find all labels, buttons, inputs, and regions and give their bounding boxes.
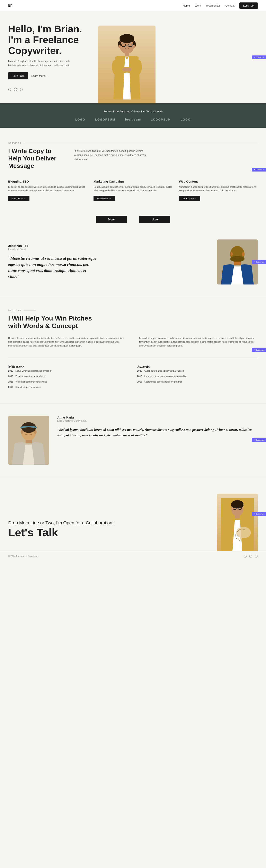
cta-section: Drop Me a Line or Two, I'm Open for a Co… [0,477,266,551]
milestone-item-4: 2013 Diam tristique rhoncus eu [8,385,129,389]
service-card-marketing: Marketing Campaign Neque, aliquam pulvin… [94,180,172,202]
cta-person-image [217,494,258,551]
nav-logo: B° [8,3,13,8]
customize-tag-testimonial1[interactable]: ✦ Customize [252,260,266,264]
service-webcontent-title: Web Content [179,180,258,183]
nav-links: Home Work Testimonials Contact Let's Tal… [183,2,258,9]
award-item-1: 2020 Curabitur urna faucibus volutpat fa… [137,369,258,373]
svg-point-37 [236,527,251,538]
service-card-blogging: Blogging/SEO Et auctor ac sed tincidunt … [8,180,87,202]
svg-rect-18 [234,261,241,265]
more-button-right[interactable]: More [139,216,170,223]
services-heading: I Write Copy to Help You Deliver Message [8,147,61,169]
testimonial2-section: Anne Maria Lead Director of Candy & Co. … [0,403,266,477]
testimonial1-author-name: Jonathan Fox [8,244,209,247]
service-blogging-btn[interactable]: Read More → [8,196,30,202]
nav-testimonials[interactable]: Testimonials [206,4,221,7]
client-logo-3: logipsum [125,118,141,121]
svg-point-33 [242,507,244,510]
hero-learn-more-link[interactable]: Learn More → [32,74,48,78]
testimonial1-container: Jonathan Fox Founder of Bialsk "Molestie… [0,227,266,297]
svg-point-25 [21,430,23,434]
about-section: About Me I Will Help You Win Pitches wit… [0,297,266,403]
svg-point-26 [34,430,37,434]
svg-rect-31 [235,516,240,519]
hero-person-illustration [106,34,147,103]
about-container: About Me I Will Help You Win Pitches wit… [0,297,266,403]
service-blogging-title: Blogging/SEO [8,180,87,183]
services-label: Services [8,142,258,145]
clients-logos-list: LOGO LOGOPSUM logipsum LOGOPSUM LOGO [8,118,258,121]
testimonial2-text: Anne Maria Lead Director of Candy & Co. … [57,416,258,438]
nav-contact[interactable]: Contact [226,4,235,7]
svg-point-8 [122,67,128,71]
hero-section: Hello, I'm Brian. I'm a Freelance Copywr… [0,11,266,103]
milestones-block: Milestone 2019 Netus viverra pellentesqu… [8,365,129,391]
client-logo-5: LOGO [181,118,191,121]
service-marketing-desc: Neque, aliquam pulvinar enim, pulvinar a… [94,185,172,192]
services-top: I Write Copy to Help You Deliver Message… [8,147,258,169]
youtube-icon[interactable]: ◯ [20,88,23,91]
services-grid: Blogging/SEO Et auctor ac sed tincidunt … [8,180,258,202]
svg-point-13 [118,44,121,48]
award-item-2: 2016 Laoreet egestas aenean congue conva… [137,375,258,378]
testimonial1-text: Jonathan Fox Founder of Bialsk "Molestie… [8,244,209,280]
cta-container: Drop Me a Line or Two, I'm Open for a Co… [0,477,266,551]
service-card-webcontent: Web Content Nam tortor, blandit semper s… [179,180,258,202]
services-section: Services I Write Copy to Help You Delive… [0,128,266,212]
clients-title: Some of the Amazing Clients I've Worked … [8,110,258,113]
testimonial2-image [8,416,49,465]
hero-social-icons: ◯ ◯ ◯ [8,88,98,91]
svg-point-17 [230,256,244,262]
hero-text-block: Hello, I'm Brian. I'm a Freelance Copywr… [8,24,98,103]
footer-social-icons: ◯ ◯ ◯ [244,554,258,558]
client-logo-1: LOGO [75,118,85,121]
testimonial1-author-role: Founder of Bialsk [8,248,209,250]
nav-cta-button[interactable]: Let's Talk [239,2,258,9]
hero-lets-talk-button[interactable]: Let's Talk [8,72,28,80]
service-webcontent-btn[interactable]: Read More → [179,196,200,202]
footer-twitter-icon[interactable]: ◯ [249,554,252,558]
service-webcontent-desc: Nam tortor, blandit semper sit ut ante f… [179,185,258,192]
testimonial2-author-role: Lead Director of Candy & Co. [57,420,258,422]
client-logo-4: LOGOPSUM [151,118,171,121]
svg-rect-24 [26,440,32,443]
milestones-awards-grid: Milestone 2019 Netus viverra pellentesqu… [8,358,258,391]
facebook-icon[interactable]: ◯ [8,88,11,91]
services-container: Services I Write Copy to Help You Delive… [0,128,266,212]
twitter-icon[interactable]: ◯ [14,88,17,91]
about-label: About Me [8,309,258,312]
footer: © 2024 Freelancer Copywriter ◯ ◯ ◯ [0,551,266,561]
testimonial1-quote: "Molestie vivamus at sed massa at purus … [8,255,98,280]
footer-youtube-icon[interactable]: ◯ [255,554,258,558]
nav-work[interactable]: Work [195,4,201,7]
svg-rect-6 [125,53,129,56]
milestone-item-1: 2019 Netus viverra pellentesque ornare s… [8,369,129,373]
services-description: Et auctor ac sed tincidunt vel, non fame… [74,147,152,161]
awards-block: Awards 2020 Curabitur urna faucibus volu… [137,365,258,391]
svg-point-14 [133,44,135,48]
milestone-item-2: 2016 Faucibus volutpat imperdiet in [8,375,129,378]
service-blogging-desc: Et auctor ac sed tincidunt vel, non fame… [8,185,87,192]
svg-point-10 [120,37,134,43]
hero-subtitle: Molestie fringilla in id velit ullamcorp… [8,59,74,67]
customize-tag-hero[interactable]: ✦ Customize [252,56,266,59]
testimonial2-quote: "Sed mi ipsum, tincidunt lorem id enim n… [57,427,258,438]
clients-section: Some of the Amazing Clients I've Worked … [0,103,266,128]
testimonial2-person-illustration [8,416,49,465]
footer-copyright: © 2024 Freelancer Copywriter [8,555,38,557]
customize-tag-about[interactable]: ✦ Customize [252,348,266,352]
cta-text-block: Drop Me a Line or Two, I'm Open for a Co… [8,520,217,551]
testimonial2-author-name: Anne Maria [57,416,258,419]
footer-facebook-icon[interactable]: ◯ [244,554,247,558]
more-button-left[interactable]: More [96,216,127,223]
milestones-title: Milestone [8,365,129,369]
testimonial1-section: Jonathan Fox Founder of Bialsk "Molestie… [0,227,266,297]
more-buttons-row: More More [0,212,266,227]
about-columns: Neque felis cras nunc augue turpis tinci… [8,336,258,348]
customize-tag-testimonial2[interactable]: ✦ Customize [252,438,266,442]
nav-home[interactable]: Home [183,4,190,7]
customize-tag-services[interactable]: ✦ Customize [252,168,266,172]
service-marketing-btn[interactable]: Read More → [94,196,115,202]
customize-tag-cta[interactable]: ✦ Customize [252,512,266,516]
